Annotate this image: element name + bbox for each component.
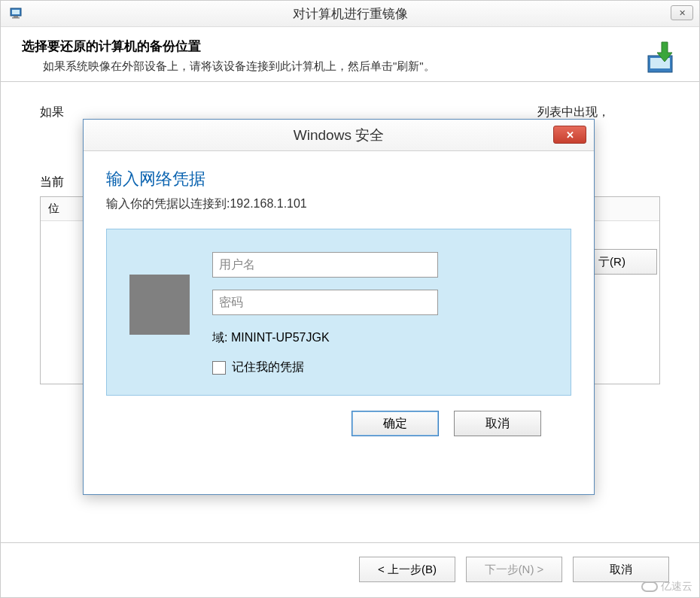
remember-label: 记住我的凭据 bbox=[232, 360, 304, 375]
avatar-icon bbox=[129, 275, 190, 335]
wizard-navigation: < 上一步(B) 下一步(N) > 取消 bbox=[359, 557, 669, 582]
footer-separator bbox=[1, 542, 699, 543]
next-button: 下一步(N) > bbox=[466, 557, 562, 582]
svg-rect-3 bbox=[12, 17, 20, 19]
back-button[interactable]: < 上一步(B) bbox=[359, 557, 455, 582]
cancel-button[interactable]: 取消 bbox=[573, 557, 669, 582]
domain-value: MININT-UP57JGK bbox=[231, 331, 330, 344]
credentials-close-button[interactable]: ✕ bbox=[553, 126, 586, 144]
remember-checkbox[interactable] bbox=[212, 361, 226, 375]
watermark: 亿速云 bbox=[641, 580, 692, 593]
credentials-title: Windows 安全 bbox=[294, 126, 384, 145]
svg-rect-2 bbox=[14, 16, 18, 17]
credentials-dialog: Windows 安全 ✕ 输入网络凭据 输入你的凭据以连接到:192.168.1… bbox=[83, 119, 595, 495]
credentials-footer: 确定 取消 bbox=[106, 396, 571, 436]
cloud-icon bbox=[641, 581, 658, 592]
wizard-header: 选择要还原的计算机的备份位置 如果系统映像在外部设备上，请将该设备连接到此计算机… bbox=[1, 27, 699, 81]
credentials-cancel-button[interactable]: 取消 bbox=[454, 411, 541, 436]
wizard-subheading: 如果系统映像在外部设备上，请将该设备连接到此计算机上，然后单击"刷新"。 bbox=[43, 59, 681, 74]
computer-icon bbox=[8, 5, 26, 23]
svg-rect-5 bbox=[650, 58, 670, 68]
restore-icon bbox=[638, 38, 680, 80]
credentials-body: 输入网络凭据 输入你的凭据以连接到:192.168.1.101 域: MININ… bbox=[84, 151, 594, 453]
domain-label: 域: bbox=[212, 331, 227, 344]
svg-rect-1 bbox=[12, 10, 20, 14]
username-field[interactable] bbox=[212, 252, 438, 278]
wizard-heading: 选择要还原的计算机的备份位置 bbox=[22, 38, 681, 55]
credentials-panel: 域: MININT-UP57JGK 记住我的凭据 bbox=[106, 229, 571, 396]
main-window-title: 对计算机进行重镜像 bbox=[293, 5, 408, 23]
ok-button[interactable]: 确定 bbox=[352, 411, 439, 436]
remember-credentials-row: 记住我的凭据 bbox=[212, 360, 548, 375]
credentials-subtext: 输入你的凭据以连接到:192.168.1.101 bbox=[106, 196, 571, 212]
credentials-titlebar: Windows 安全 ✕ bbox=[84, 120, 594, 151]
close-button[interactable]: ✕ bbox=[671, 5, 693, 20]
credentials-heading: 输入网络凭据 bbox=[106, 168, 571, 190]
password-field[interactable] bbox=[212, 290, 438, 315]
domain-line: 域: MININT-UP57JGK bbox=[212, 330, 548, 346]
credentials-fields: 域: MININT-UP57JGK 记住我的凭据 bbox=[212, 252, 548, 375]
main-titlebar: 对计算机进行重镜像 ✕ bbox=[1, 1, 699, 27]
